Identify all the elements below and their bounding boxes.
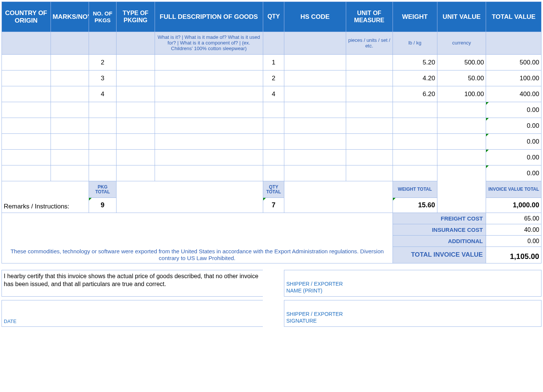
table-row[interactable]: 0.00 bbox=[2, 150, 541, 165]
additional-value[interactable]: 0.00 bbox=[486, 236, 541, 247]
subhdr-pkg: PKG TOTAL bbox=[89, 181, 116, 198]
table-row[interactable]: 0.00 bbox=[2, 134, 541, 150]
weight-total: 15.60 bbox=[393, 198, 437, 213]
cell-totalval[interactable]: 0.00 bbox=[486, 165, 541, 181]
cell-totalval[interactable]: 0.00 bbox=[486, 150, 541, 165]
cell-totalval[interactable]: 500.00 bbox=[486, 55, 541, 70]
total-invoice-label: TOTAL INVOICE VALUE bbox=[393, 247, 486, 263]
cell-unitval[interactable]: 500.00 bbox=[437, 55, 486, 70]
table-row[interactable]: 0.00 bbox=[2, 165, 541, 181]
table-row[interactable]: 2 1 5.20 500.00 500.00 bbox=[2, 55, 541, 70]
insurance-value[interactable]: 40.00 bbox=[486, 224, 541, 236]
remarks-label: Remarks / Instructions: bbox=[4, 203, 69, 210]
cell-weight[interactable]: 4.20 bbox=[393, 70, 437, 86]
hdr-pkging: TYPE OF PKGING bbox=[117, 2, 155, 32]
invoice-table: COUNTRY OF ORIGIN MARKS/NO's NO. OF PKGS… bbox=[2, 2, 541, 327]
cell-pkgs[interactable]: 4 bbox=[89, 86, 116, 102]
shipper-name-l1: SHIPPER / EXPORTER bbox=[286, 280, 539, 287]
hdr-uom: UNIT OF MEASURE bbox=[346, 2, 393, 32]
cell-qty[interactable]: 1 bbox=[263, 55, 284, 70]
cell-weight[interactable]: 6.20 bbox=[393, 86, 437, 102]
hint-row: What is it? | What is it made of? What i… bbox=[2, 32, 541, 55]
table-row[interactable]: 4 4 6.20 100.00 400.00 bbox=[2, 86, 541, 102]
cell-qty[interactable]: 4 bbox=[263, 86, 284, 102]
hdr-unitval: UNIT VALUE bbox=[437, 2, 486, 32]
additional-label: ADDITIONAL bbox=[393, 236, 486, 247]
hdr-qty: QTY bbox=[263, 2, 284, 32]
shipper-sig-l1: SHIPPER / EXPORTER bbox=[286, 311, 539, 317]
freight-value[interactable]: 65.00 bbox=[486, 213, 541, 224]
hdr-weight: WEIGHT bbox=[393, 2, 437, 32]
insurance-label: INSURANCE COST bbox=[393, 224, 486, 236]
hdr-totalval: TOTAL VALUE bbox=[486, 2, 541, 32]
cell-pkgs[interactable]: 3 bbox=[89, 70, 116, 86]
subhdr-weight: WEIGHT TOTAL bbox=[393, 181, 437, 198]
signature-row-2: DATE SHIPPER / EXPORTER SIGNATURE bbox=[2, 300, 541, 327]
subhdr-invoice: INVOICE VALUE TOTAL bbox=[486, 181, 541, 198]
cell-totalval[interactable]: 0.00 bbox=[486, 118, 541, 134]
hint-weight: lb / kg bbox=[393, 32, 437, 55]
hdr-marks: MARKS/NO's bbox=[51, 2, 89, 32]
table-row[interactable]: 3 2 4.20 50.00 100.00 bbox=[2, 70, 541, 86]
hint-uom: pieces / units / set / etc. bbox=[346, 32, 393, 55]
qty-total: 7 bbox=[263, 198, 284, 213]
certify-text: I hearby certify that this invoice shows… bbox=[2, 270, 263, 297]
subhdr-qty: QTY TOTAL bbox=[263, 181, 284, 198]
total-invoice-value: 1,105.00 bbox=[486, 247, 541, 263]
cell-unitval[interactable]: 50.00 bbox=[437, 70, 486, 86]
freight-label: FREIGHT COST bbox=[393, 213, 486, 224]
table-row[interactable]: 0.00 bbox=[2, 118, 541, 134]
header-row: COUNTRY OF ORIGIN MARKS/NO's NO. OF PKGS… bbox=[2, 2, 541, 32]
invoice-value-total: 1,000.00 bbox=[486, 198, 541, 213]
hdr-pkgs: NO. OF PKGS bbox=[89, 2, 116, 32]
cell-qty[interactable]: 2 bbox=[263, 70, 284, 86]
cell-pkgs[interactable]: 2 bbox=[89, 55, 116, 70]
date-label: DATE bbox=[4, 318, 17, 324]
hdr-hs: HS CODE bbox=[284, 2, 346, 32]
hdr-desc: FULL DESCRIPTION OF GOODS bbox=[155, 2, 263, 32]
signature-row: I hearby certify that this invoice shows… bbox=[2, 270, 541, 297]
shipper-sig-l2: SIGNATURE bbox=[286, 317, 539, 324]
cell-totalval[interactable]: 100.00 bbox=[486, 70, 541, 86]
table-row[interactable]: 0.00 bbox=[2, 102, 541, 118]
cell-totalval[interactable]: 400.00 bbox=[486, 86, 541, 102]
cell-totalval[interactable]: 0.00 bbox=[486, 134, 541, 150]
cell-totalval[interactable]: 0.00 bbox=[486, 102, 541, 118]
cell-weight[interactable]: 5.20 bbox=[393, 55, 437, 70]
cell-unitval[interactable]: 100.00 bbox=[437, 86, 486, 102]
hdr-country: COUNTRY OF ORIGIN bbox=[2, 2, 51, 32]
hint-desc: What is it? | What is it made of? What i… bbox=[155, 32, 263, 55]
export-note: These commodities, technology or softwar… bbox=[2, 247, 393, 263]
pkg-total: 9 bbox=[89, 198, 116, 213]
hint-unitval: currency bbox=[437, 32, 486, 55]
shipper-name-l2: NAME (PRINT) bbox=[286, 287, 539, 294]
